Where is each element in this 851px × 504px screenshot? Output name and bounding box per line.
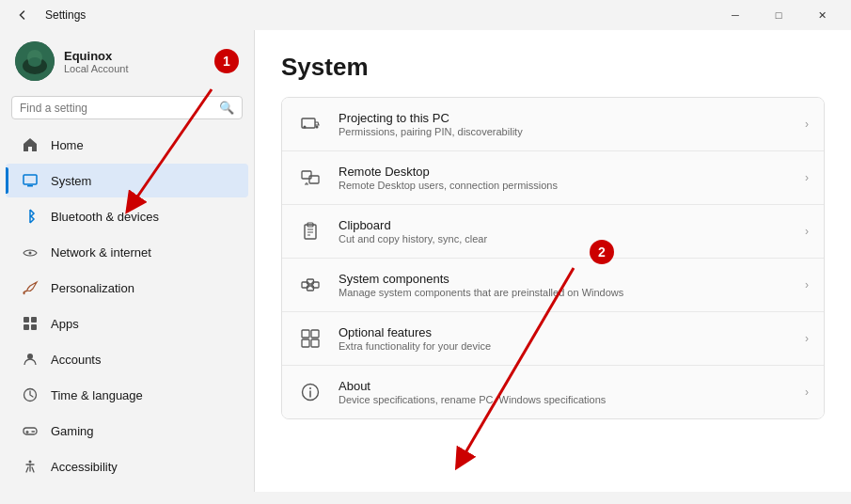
settings-item-remote[interactable]: Remote Desktop Remote Desktop users, con… [282,151,824,205]
chevron-right-icon-5: › [805,386,809,399]
chevron-right-icon-1: › [805,171,809,184]
settings-item-remote-text: Remote Desktop Remote Desktop users, con… [339,165,790,191]
settings-item-remote-desc: Remote Desktop users, connection permiss… [339,180,790,191]
content-area: System Projecting to this PC Permissions… [255,30,851,492]
search-icon: 🔍 [219,101,234,115]
badge-1: 1 [214,49,239,73]
svg-rect-31 [302,339,309,347]
nav-bluetooth[interactable]: Bluetooth & devices [6,199,248,233]
nav-network-label: Network & internet [51,245,151,260]
svg-point-14 [29,461,32,464]
search-input[interactable] [20,102,213,115]
settings-item-about-desc: Device specifications, rename PC, Window… [339,394,790,405]
settings-item-features[interactable]: Optional features Extra functionality fo… [282,312,824,366]
chevron-right-icon-3: › [805,278,809,291]
settings-item-components-title: System components [339,272,790,286]
settings-item-components[interactable]: System components Manage system componen… [282,259,824,312]
nav-apps[interactable]: Apps [6,307,248,340]
gaming-icon [21,421,39,440]
settings-item-clipboard-desc: Cut and copy history, sync, clear [339,233,790,244]
svg-rect-8 [31,317,37,323]
components-icon [297,272,323,298]
svg-point-17 [304,126,307,129]
window-title: Settings [45,8,86,22]
settings-item-projecting[interactable]: Projecting to this PC Permissions, pairi… [282,98,824,151]
nav-time-label: Time & language [51,388,143,402]
svg-rect-4 [24,175,37,184]
settings-item-about-title: About [339,379,790,393]
maximize-button[interactable]: □ [757,0,800,30]
nav-accessibility[interactable]: Accessibility [6,449,248,483]
nav-network[interactable]: Network & internet [6,235,248,269]
svg-rect-10 [31,324,37,330]
remote-icon [297,165,323,191]
back-button[interactable] [8,0,38,30]
bluetooth-icon [21,207,39,226]
settings-list: Projecting to this PC Permissions, pairi… [281,97,825,419]
chevron-right-icon-2: › [805,225,809,238]
home-icon [21,135,39,154]
svg-point-6 [29,252,32,255]
svg-rect-32 [311,339,319,347]
svg-rect-29 [302,330,309,338]
title-bar-left: Settings [8,0,86,30]
app-body: Equinox Local Account 1 🔍 Home [0,30,851,492]
chevron-right-icon-4: › [805,332,809,345]
clipboard-icon [297,218,323,244]
brush-icon [21,278,39,297]
nav-home-label: Home [51,138,84,152]
settings-item-features-text: Optional features Extra functionality fo… [339,325,790,352]
sidebar: Equinox Local Account 1 🔍 Home [0,30,254,492]
nav-accounts-label: Accounts [51,353,101,367]
minimize-button[interactable]: ─ [714,0,757,30]
projecting-icon [297,111,323,137]
nav-accounts[interactable]: Accounts [6,342,248,376]
profile-sub: Local Account [64,63,129,74]
time-icon [21,386,39,404]
settings-item-projecting-title: Projecting to this PC [339,111,790,125]
settings-item-components-text: System components Manage system componen… [339,272,790,298]
settings-item-about-text: About Device specifications, rename PC, … [339,379,790,405]
chevron-right-icon-0: › [805,118,809,131]
network-icon [21,243,39,261]
nav-gaming[interactable]: Gaming [6,414,248,448]
settings-item-projecting-desc: Permissions, pairing PIN, discoverabilit… [339,126,790,137]
settings-item-features-title: Optional features [339,325,790,339]
avatar [15,41,55,81]
nav-apps-label: Apps [51,317,79,331]
svg-rect-30 [311,330,319,338]
window-controls: ─ □ ✕ [714,0,843,30]
nav-accessibility-label: Accessibility [51,460,118,474]
system-icon [21,171,39,190]
settings-item-about[interactable]: About Device specifications, rename PC, … [282,366,824,418]
accessibility-icon [21,457,39,476]
close-button[interactable]: ✕ [800,0,843,30]
settings-item-clipboard-title: Clipboard [339,218,790,232]
settings-item-features-desc: Extra functionality for your device [339,340,790,352]
profile-info: Equinox Local Account [64,49,129,74]
settings-item-projecting-text: Projecting to this PC Permissions, pairi… [339,111,790,137]
nav-time[interactable]: Time & language [6,378,248,412]
svg-rect-9 [24,324,29,330]
search-box[interactable]: 🔍 [11,96,243,119]
nav-gaming-label: Gaming [51,424,94,438]
svg-point-11 [27,354,33,359]
svg-rect-7 [24,317,29,323]
svg-point-16 [316,126,319,129]
profile-section[interactable]: Equinox Local Account 1 [0,30,254,92]
nav-system-label: System [51,174,91,188]
apps-icon [21,314,39,333]
page-title: System [281,53,825,82]
about-icon [297,379,323,405]
accounts-icon [21,350,39,369]
nav-home[interactable]: Home [6,128,248,162]
nav-personalization[interactable]: Personalization [6,271,248,305]
nav-system[interactable]: System [6,164,248,197]
settings-item-clipboard[interactable]: Clipboard Cut and copy history, sync, cl… [282,205,824,259]
nav-bluetooth-label: Bluetooth & devices [51,210,159,224]
profile-name: Equinox [64,49,129,63]
nav-personalization-label: Personalization [51,281,134,295]
settings-item-components-desc: Manage system components that are preins… [339,287,790,298]
svg-rect-5 [27,185,33,187]
title-bar: Settings ─ □ ✕ [0,0,851,30]
